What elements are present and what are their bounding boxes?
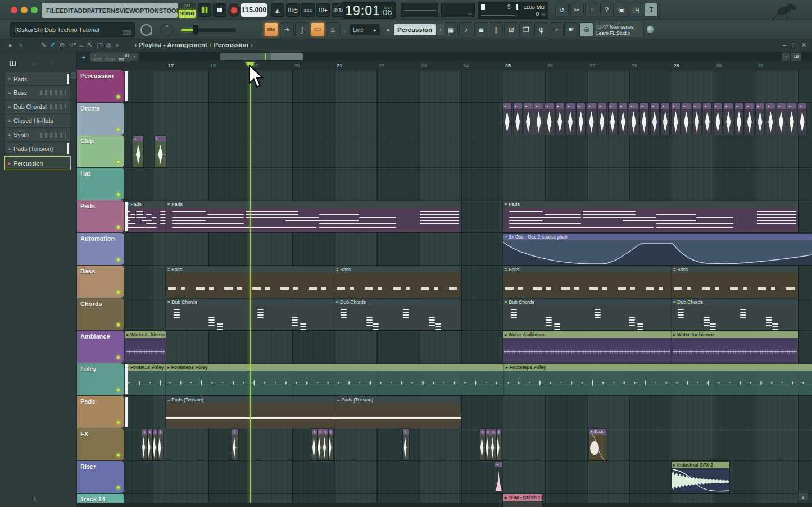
undo-button[interactable]: ↺ (555, 3, 569, 17)
clip-ambience[interactable]: ▸ Water A..bience (125, 331, 166, 363)
pattern-item-percussion[interactable]: ▶Percussion (4, 156, 71, 170)
clip-fxhit[interactable]: ▸ (486, 429, 491, 460)
track-header-fx[interactable]: FX··· (77, 428, 124, 460)
window-zoom-button[interactable] (31, 7, 38, 13)
tab-pat-label[interactable]: PAT (119, 58, 125, 61)
track-header-drums[interactable]: Drums··· (77, 103, 124, 135)
song-mode-label[interactable]: SONG (179, 10, 196, 18)
clip-chords[interactable]: ≡ Dub Chords (334, 299, 461, 330)
export-button[interactable]: ↧ (645, 3, 658, 17)
clip-kick[interactable]: ▸ (661, 103, 669, 135)
track-enable-led[interactable] (116, 193, 120, 197)
clip-fxhit[interactable]: ▸ (323, 429, 328, 460)
clip-kick[interactable]: ▸ (598, 103, 606, 135)
loop-record-button[interactable]: Ш↻ (332, 3, 345, 17)
countdown-button[interactable]: 3.2.1 (301, 3, 315, 17)
track-enable-led[interactable] (116, 355, 120, 359)
slide-button[interactable]: ʃ (295, 22, 309, 36)
clip-kick[interactable]: ▸ (619, 103, 627, 135)
clip-kick[interactable]: ▸ (577, 103, 585, 135)
clip-pads[interactable]: ≡ Pads (503, 201, 798, 232)
add-tab-button[interactable]: + (82, 54, 85, 61)
playlist-grid[interactable]: ▸▸▸▸▸▸▸▸▸▸▸▸▸▸▸▸▸▸▸▸▸▸▸▸▸▸▸▸▸▸▸≡ Pads≡ P… (125, 70, 812, 507)
arrangement-tab[interactable]: ♦ ⌁ Ш NOTE CHAN PAT (90, 52, 131, 62)
clip-kick[interactable]: ▸ (651, 103, 659, 135)
detach-icon[interactable]: ▸ (9, 42, 12, 49)
pat-mode-label[interactable]: PAT (179, 3, 196, 10)
typewriter-button[interactable]: ♨ (326, 22, 340, 36)
timeline-ruler[interactable]: 171819202122232425262728293031 (77, 62, 812, 70)
clip-fxhit[interactable]: ▸ (491, 429, 496, 460)
clip-fxhit[interactable]: ▸ (497, 429, 501, 460)
play-pause-button[interactable] (198, 3, 211, 17)
playlist-minimize-button[interactable]: – (783, 42, 786, 48)
clip-kick[interactable]: ▸ (703, 103, 711, 135)
pat-mode-icon[interactable]: Ш (125, 53, 129, 58)
clip-automation[interactable]: ~ 3x Osc - Osc 2 coarse pitch (503, 234, 812, 265)
pattern-item-closed-hi-hats[interactable]: ≡Closed Hi-Hats (4, 114, 71, 128)
clip-kick[interactable]: ▸ (756, 103, 764, 135)
window-minimize-button[interactable] (21, 7, 28, 13)
clip-fxhit[interactable]: ▸ (158, 429, 163, 460)
shop-button[interactable]: ⛁ (579, 22, 593, 36)
master-volume-knob[interactable] (160, 24, 173, 36)
tap-tempo-button[interactable]: ◭ (271, 3, 284, 17)
help-button[interactable]: ? (600, 3, 614, 17)
shuttle-slider[interactable] (181, 28, 236, 32)
slide-tool-icon[interactable]: ↔ (78, 42, 84, 48)
track-enable-led[interactable] (116, 323, 120, 327)
clip-foley[interactable]: ▸ Footsteps Foley (504, 364, 812, 395)
browser-button[interactable]: ⊞ (504, 22, 518, 36)
clip-kick[interactable]: ▸ (524, 103, 533, 135)
scrollbar-subrange[interactable] (271, 53, 303, 60)
clip-kick[interactable]: ▸ (682, 103, 691, 135)
wait-button[interactable]: Ш◷ (286, 3, 300, 17)
pat-song-toggle[interactable]: PAT SONG (179, 3, 196, 18)
marquee-icon[interactable]: ▢ (97, 42, 102, 49)
magnet-icon[interactable]: ∩ (18, 42, 22, 48)
clip-kick[interactable]: ▸ (545, 103, 554, 135)
track-enable-led[interactable] (116, 258, 120, 262)
bottom-scrollbar[interactable] (77, 503, 812, 507)
save-button[interactable]: ▣ (615, 3, 628, 17)
clip-industrial[interactable]: ▸ Industrial SFX 2 (672, 462, 729, 493)
master-pitch-knob[interactable] (140, 24, 152, 36)
clip-fxhit[interactable]: ▸ (153, 429, 157, 460)
clip-kick[interactable]: ▸ (514, 103, 522, 135)
channel-rack-button[interactable]: ≣ (474, 22, 488, 36)
clip-kick[interactable]: ▸ (640, 103, 648, 135)
slip-edit-icon[interactable]: ✎ (41, 42, 46, 49)
clip-kick[interactable]: ▸ (787, 103, 796, 135)
clip-clap[interactable]: ▸ (133, 136, 143, 167)
note-mode-icon[interactable]: ♦ (94, 53, 96, 57)
menu-edit[interactable]: EDIT (60, 7, 74, 14)
mic-record-button[interactable]: ⌶ (585, 3, 598, 17)
link-dim-icon[interactable]: ⌁ (51, 61, 54, 67)
clip-fxhit[interactable]: ▸ (318, 429, 323, 460)
track-header-percussion[interactable]: Percussion··· (77, 70, 124, 102)
clip-chords[interactable]: ≡ Dub Chords (503, 299, 672, 330)
paint-icon[interactable]: ✐ (51, 42, 56, 49)
delete-icon[interactable]: ⊘ (60, 42, 65, 49)
piano-icon[interactable]: Ш (9, 60, 16, 68)
cut-button[interactable]: ✂ (570, 3, 584, 17)
playlist-titlebar[interactable]: ▸∩✎✐⊘◁✕↔⇱▢◎◖ ◖ Playlist - Arrangement›Pe… (0, 39, 812, 52)
clip-kick[interactable]: ▸ (672, 103, 680, 135)
lamp-button[interactable]: ⌐ (550, 22, 564, 36)
track-enable-led[interactable] (116, 290, 120, 294)
record-button[interactable] (228, 3, 240, 17)
clip-bass[interactable]: ≡ Bass (503, 266, 672, 298)
next-empty-pattern-button[interactable]: ➔ (280, 22, 294, 36)
clip-ambience[interactable]: ▸ Water Ambience (672, 331, 798, 363)
tab-chan-label[interactable]: CHAN (105, 58, 115, 61)
menu-add[interactable]: ADD (74, 7, 87, 14)
clip-kick[interactable]: ▸ (693, 103, 701, 135)
pattern-selector[interactable]: Percussion (394, 24, 436, 35)
track-enable-led[interactable] (116, 388, 120, 392)
add-track-button[interactable]: + (33, 494, 37, 503)
track-header-ambiance[interactable]: Ambiance··· (77, 331, 124, 363)
scroll-left-button[interactable]: ‹ (131, 53, 138, 61)
stop-button[interactable] (213, 3, 226, 17)
plugin-button[interactable]: ψ (534, 22, 548, 36)
track-enable-led[interactable] (116, 95, 120, 99)
